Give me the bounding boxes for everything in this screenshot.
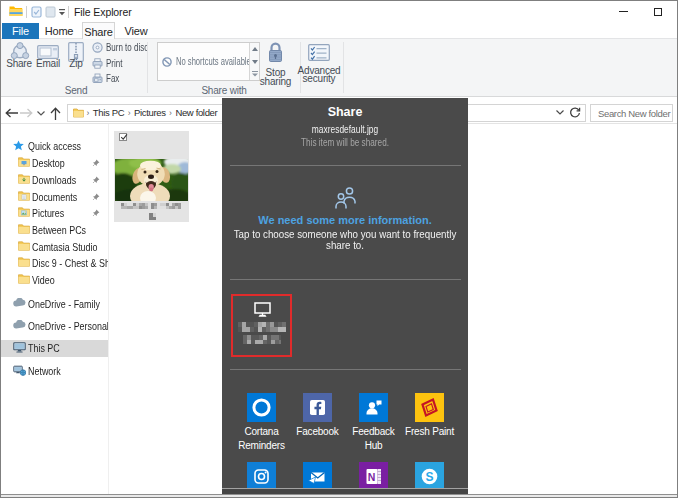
advanced-security-icon xyxy=(308,44,330,61)
sidebar-item-onedrive-family[interactable]: OneDrive - Family xyxy=(1,296,108,313)
folder-icon xyxy=(18,241,30,251)
breadcrumb-item[interactable]: This PC xyxy=(93,105,124,121)
stop-sharing-lock-icon xyxy=(267,42,284,64)
burn-to-disc-label: Burn to disc xyxy=(106,42,148,53)
sidebar-item-this-pc[interactable]: This PC xyxy=(1,340,108,357)
tab-home[interactable]: Home xyxy=(41,23,77,39)
sidebar-item-label: Network xyxy=(28,363,108,380)
share-target-device-button[interactable] xyxy=(231,294,292,357)
onedrive-cloud-icon xyxy=(13,320,26,329)
panel-divider xyxy=(230,279,461,280)
qat-properties-icon[interactable] xyxy=(31,6,42,18)
blurred-badge xyxy=(149,213,156,220)
this-pc-icon xyxy=(13,342,26,353)
file-explorer-logo-icon xyxy=(9,5,23,17)
stop-sharing-label: Stopsharing xyxy=(260,69,291,86)
up-button[interactable] xyxy=(46,104,64,122)
chevron-up-icon xyxy=(252,47,258,51)
chevron-down-icon xyxy=(37,111,45,116)
instagram-icon xyxy=(247,462,276,491)
search-input[interactable] xyxy=(591,105,672,121)
cortana-reminders-icon xyxy=(247,393,276,422)
sidebar-item-between-pcs[interactable]: Between PCs xyxy=(1,222,108,239)
folder-documents-icon xyxy=(18,191,30,201)
svg-text:N: N xyxy=(368,471,376,483)
share-panel-title: Share xyxy=(222,105,468,119)
sidebar-item-documents[interactable]: Documents xyxy=(1,189,108,206)
sidebar-item-downloads[interactable]: Downloads xyxy=(1,172,108,189)
app-tile-label: Cortana Reminders xyxy=(233,425,291,452)
minimize-button[interactable] xyxy=(619,11,628,12)
ribbon-fax-button[interactable]: Fax xyxy=(92,73,123,84)
sidebar-item-disc-9-chest-sho[interactable]: Disc 9 - Chest & Sho xyxy=(1,255,108,272)
breadcrumb-item[interactable]: New folder xyxy=(175,105,217,121)
app-tile-cortana-reminders[interactable] xyxy=(247,393,276,422)
ribbon-stop-sharing-button[interactable] xyxy=(267,42,284,64)
advanced-security-label: Advancedsecurity xyxy=(298,67,341,84)
mail-icon xyxy=(303,462,332,491)
share-with-gallery: No shortcuts available xyxy=(157,42,260,81)
ribbon-email-button[interactable] xyxy=(37,45,59,59)
sidebar-item-desktop[interactable]: Desktop xyxy=(1,155,108,172)
feedback-hub-icon xyxy=(359,393,388,422)
sidebar-item-quick-access[interactable]: Quick access xyxy=(1,138,108,155)
titlebar-separator xyxy=(68,6,69,18)
sidebar-item-label: Quick access xyxy=(28,138,108,155)
gallery-scroll-up-button[interactable] xyxy=(250,43,259,55)
share-panel-filename: maxresdefault.jpg xyxy=(247,123,444,135)
maximize-button[interactable] xyxy=(654,8,662,16)
qat-new-folder-icon[interactable] xyxy=(45,6,56,18)
breadcrumb-chevron-icon: › xyxy=(124,105,134,121)
folder-downloads-icon xyxy=(18,174,30,184)
share-info-heading: We need some more information. xyxy=(222,214,468,226)
item-checkbox[interactable] xyxy=(119,133,127,141)
burn-to-disc-icon xyxy=(92,42,103,53)
breadcrumb-item[interactable]: Pictures xyxy=(134,105,166,121)
panel-divider xyxy=(230,165,461,166)
no-entry-icon xyxy=(162,57,172,67)
app-tile-feedback-hub[interactable] xyxy=(359,393,388,422)
pin-icon xyxy=(92,159,100,167)
up-arrow-icon xyxy=(50,107,61,120)
folder-icon xyxy=(18,224,30,234)
ribbon-share-label: Share xyxy=(6,60,32,69)
breadcrumb-chevron-icon: › xyxy=(83,105,93,121)
folder-desktop-icon xyxy=(18,157,30,167)
navigation-pane-separator xyxy=(108,124,109,495)
app-tile-skype[interactable]: S xyxy=(415,462,444,491)
ribbon-burn-to-disc-button[interactable]: Burn to disc xyxy=(92,42,159,53)
app-tile-onenote[interactable]: N xyxy=(359,462,388,491)
refresh-icon[interactable] xyxy=(569,107,581,119)
app-tile-mail[interactable] xyxy=(303,462,332,491)
sidebar-item-label: Camtasia Studio xyxy=(32,239,108,256)
gallery-scroll-down-button[interactable] xyxy=(250,56,259,68)
sidebar-item-video[interactable]: Video xyxy=(1,272,108,289)
onedrive-cloud-icon xyxy=(13,298,26,307)
window-title: File Explorer xyxy=(74,1,132,23)
fax-label: Fax xyxy=(106,73,119,84)
sidebar-item-onedrive-personal[interactable]: OneDrive - Personal xyxy=(1,318,108,335)
sidebar-item-camtasia-studio[interactable]: Camtasia Studio xyxy=(1,239,108,256)
breadcrumb-chevron-icon: › xyxy=(166,105,176,121)
window-bottom-border xyxy=(1,494,678,498)
app-tile-instagram[interactable] xyxy=(247,462,276,491)
gallery-scrollbar xyxy=(249,43,259,80)
share-with-group-label: Share with xyxy=(201,85,246,96)
tab-view[interactable]: View xyxy=(118,23,154,39)
gallery-more-button[interactable] xyxy=(250,68,259,80)
print-icon xyxy=(92,58,103,69)
gallery-empty-text: No shortcuts available xyxy=(176,43,251,80)
address-dropdown-icon[interactable] xyxy=(556,110,564,115)
file-item-maxresdefault[interactable] xyxy=(114,131,189,222)
qat-customize-dropdown-icon[interactable] xyxy=(58,9,66,16)
ribbon-print-button[interactable]: Print xyxy=(92,58,127,69)
app-tile-facebook[interactable] xyxy=(303,393,332,422)
people-icon xyxy=(334,186,357,209)
sidebar-item-network[interactable]: Network xyxy=(1,363,108,380)
tab-share[interactable]: Share xyxy=(82,22,115,40)
ribbon-tab-row: File Home Share View xyxy=(1,23,678,39)
ribbon-advanced-security-button[interactable] xyxy=(308,44,330,61)
sidebar-item-pictures[interactable]: Pictures xyxy=(1,205,108,222)
app-tile-fresh-paint[interactable] xyxy=(415,393,444,422)
tab-file[interactable]: File xyxy=(2,23,39,39)
